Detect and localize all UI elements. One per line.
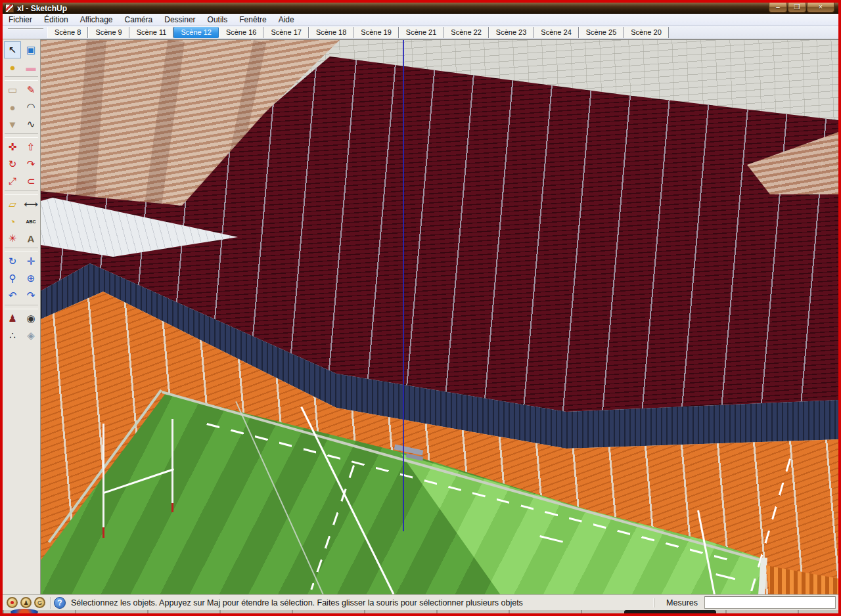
pan-tool-icon[interactable]: ✛: [22, 253, 39, 270]
status-hint-text: Sélectionnez les objets. Appuyez sur Maj…: [71, 598, 654, 607]
line-tool-icon[interactable]: ✎: [22, 81, 39, 99]
zoom-extents-tool-icon[interactable]: ⊕: [22, 270, 39, 287]
goal-post-right-pad: [171, 503, 173, 512]
tab-scene-21[interactable]: Scène 21: [399, 27, 443, 38]
taskbar-active-button[interactable]: [624, 610, 716, 613]
sketchup-window: xl - SketchUp – ❐ × Fichier Édition Affi…: [0, 0, 841, 616]
zoom-tool-icon[interactable]: ⚲: [4, 270, 21, 287]
menu-fichier[interactable]: Fichier: [3, 14, 38, 25]
goal-post-left: [102, 424, 104, 527]
paint-bucket-tool-icon[interactable]: ●: [4, 58, 21, 76]
3d-text-tool-icon[interactable]: A: [22, 230, 39, 247]
push-pull-tool-icon[interactable]: ⇧: [22, 139, 39, 156]
restore-button[interactable]: ❐: [788, 3, 806, 12]
rectangle-tool-icon[interactable]: ▭: [4, 81, 21, 99]
text-tool-icon[interactable]: ABC: [22, 213, 39, 230]
polygon-tool-icon[interactable]: ▼: [4, 116, 21, 133]
menu-outils[interactable]: Outils: [202, 14, 234, 25]
eraser-tool-icon[interactable]: ▬: [22, 58, 39, 76]
blue-axis-line: [403, 40, 404, 531]
scale-tool-icon[interactable]: ⤢: [4, 173, 21, 190]
move-tool-icon[interactable]: ✜: [4, 139, 21, 156]
tool-palette: ↖ ▣ ● ▬ ▭ ✎ ● ◠ ▼ ∿ ✜ ⇧ ↻ ↷ ⤢ ⊂ ▱ ⟷ ◔ AB…: [3, 39, 41, 594]
goal-post-right: [171, 419, 173, 503]
tab-scene-24[interactable]: Scène 24: [534, 27, 578, 38]
freehand-tool-icon[interactable]: ∿: [22, 116, 39, 133]
window-title: xl - SketchUp: [17, 4, 67, 13]
menu-edition[interactable]: Édition: [38, 14, 74, 25]
menu-bar: Fichier Édition Affichage Caméra Dessine…: [3, 14, 838, 26]
tab-scene-23[interactable]: Scène 23: [489, 27, 534, 38]
toolbar-divider: [5, 76, 38, 81]
tab-scene-16[interactable]: Scène 16: [219, 27, 263, 38]
menu-affichage[interactable]: Affichage: [74, 14, 119, 25]
arc-tool-icon[interactable]: ◠: [22, 99, 39, 116]
windows-taskbar-sliver[interactable]: [3, 610, 838, 613]
menu-aide[interactable]: Aide: [273, 14, 300, 25]
toolbar-divider: [5, 305, 38, 309]
3d-viewport[interactable]: [41, 39, 838, 594]
position-camera-tool-icon[interactable]: ♟: [4, 310, 21, 327]
zoom-next-tool-icon[interactable]: ↷: [22, 287, 39, 304]
walk-tool-icon[interactable]: ∴: [4, 327, 21, 344]
tab-scene-9[interactable]: Scène 9: [88, 27, 129, 38]
attribution-icon[interactable]: ♟: [20, 597, 32, 608]
tab-scene-12-active[interactable]: Scène 12: [173, 27, 218, 38]
scene-tab-bar: Scène 8 Scène 9 Scène 11 Scène 12 Scène …: [3, 26, 838, 39]
menu-dessiner[interactable]: Dessiner: [158, 14, 201, 25]
orbit-tool-icon[interactable]: ↻: [4, 253, 21, 270]
toolbar-divider: [5, 133, 38, 138]
tab-scene-22[interactable]: Scène 22: [443, 27, 488, 38]
rotate-tool-icon[interactable]: ↻: [4, 156, 21, 173]
tab-scene-18[interactable]: Scène 18: [309, 27, 353, 38]
minimize-button[interactable]: –: [769, 3, 787, 12]
status-bar: ♟ G ? Sélectionnez les objets. Appuyez s…: [3, 594, 838, 610]
follow-me-tool-icon[interactable]: ↷: [22, 156, 39, 173]
section-plane-tool-icon[interactable]: ◈: [22, 327, 39, 344]
tab-scene-17[interactable]: Scène 17: [263, 27, 308, 38]
geo-pin-dot: [11, 601, 14, 604]
start-orb[interactable]: [11, 609, 38, 615]
toolbar-divider: [5, 248, 38, 252]
measurements-input[interactable]: [704, 596, 836, 609]
tab-scene-25[interactable]: Scène 25: [579, 27, 624, 38]
sign-in-icon[interactable]: G: [34, 597, 45, 608]
tape-measure-tool-icon[interactable]: ▱: [4, 196, 21, 213]
geo-location-icon[interactable]: [7, 597, 18, 608]
menu-camera[interactable]: Caméra: [119, 14, 159, 25]
dimension-tool-icon[interactable]: ⟷: [22, 196, 39, 213]
toolbar-drag-handle[interactable]: [8, 28, 43, 37]
tab-scene-11[interactable]: Scène 11: [129, 27, 174, 38]
protractor-tool-icon[interactable]: ◔: [4, 213, 21, 230]
toolbar-divider: [5, 190, 38, 195]
menu-fenetre[interactable]: Fenêtre: [233, 14, 272, 25]
help-icon[interactable]: ?: [54, 597, 66, 609]
canopy-fold: [144, 39, 185, 211]
make-component-tool-icon[interactable]: ▣: [22, 41, 39, 58]
measurements-label: Mesures: [654, 598, 704, 607]
zoom-previous-tool-icon[interactable]: ↶: [4, 287, 21, 304]
axes-tool-icon[interactable]: ✳: [4, 230, 21, 247]
tab-scene-20[interactable]: Scène 20: [624, 27, 668, 38]
offset-tool-icon[interactable]: ⊂: [22, 173, 39, 190]
title-bar: xl - SketchUp – ❐ ×: [3, 3, 838, 14]
goal-post-left-pad: [102, 527, 104, 538]
tab-scene-8[interactable]: Scène 8: [47, 27, 88, 38]
close-button[interactable]: ×: [807, 3, 834, 12]
select-tool-icon[interactable]: ↖: [4, 41, 21, 58]
look-around-tool-icon[interactable]: ◉: [22, 310, 39, 327]
circle-tool-icon[interactable]: ●: [4, 99, 21, 116]
statusbar-divider: [50, 597, 51, 609]
window-controls: – ❐ ×: [768, 3, 834, 12]
tab-scene-19[interactable]: Scène 19: [353, 27, 398, 38]
sketchup-app-icon: [5, 4, 14, 12]
